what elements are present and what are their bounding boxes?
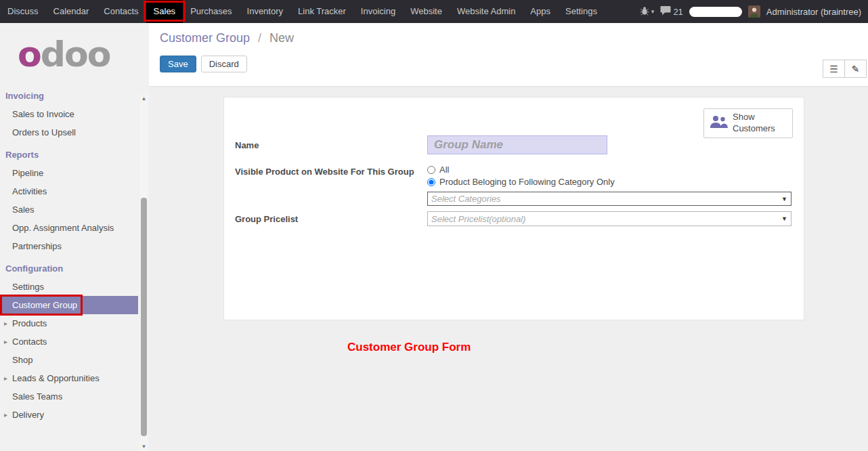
sidebar-item-products[interactable]: ▸ Products: [0, 314, 138, 332]
sidebar-section-reports: Reports: [0, 142, 149, 164]
breadcrumb: Customer Group / New: [160, 31, 868, 45]
topbar-right: ▾ 21 Administrator (braintree): [640, 0, 868, 23]
breadcrumb-separator: /: [258, 31, 261, 45]
sidebar-item-sales-to-invoice[interactable]: Sales to Invoice: [0, 105, 138, 123]
radio-category-only-label[interactable]: Product Beloging to Following Category O…: [439, 177, 615, 187]
radio-all[interactable]: [427, 166, 435, 174]
sidebar-item-customer-group[interactable]: Customer Group: [0, 296, 138, 314]
sidebar-item-pipeline[interactable]: Pipeline: [0, 164, 138, 182]
sidebar-item-settings[interactable]: Settings: [0, 278, 138, 296]
chevron-right-icon: ▸: [4, 411, 7, 418]
list-view-button[interactable]: ☰: [823, 60, 845, 78]
name-field-label: Name: [235, 140, 259, 150]
breadcrumb-new: New: [269, 31, 294, 45]
sidebar-item-products-label: Products: [12, 318, 47, 328]
customer-group-form-card: Show Customers Name Visible Product on W…: [223, 97, 804, 320]
topbar-menu: Discuss Calendar Contacts Sales Purchase…: [0, 0, 605, 23]
radio-all-label[interactable]: All: [439, 165, 449, 175]
scrollbar-thumb[interactable]: [141, 198, 147, 436]
topbar-item-discuss[interactable]: Discuss: [0, 0, 46, 23]
main-content: Customer Group / New Save Discard ☰ ✎: [149, 23, 868, 451]
pricelist-select[interactable]: Select Pricelist(optional) ▼: [427, 211, 791, 226]
status-pill[interactable]: [689, 7, 742, 17]
sidebar-menu: Invoicing Sales to Invoice Orders to Ups…: [0, 81, 149, 424]
user-menu[interactable]: Administrator (braintree): [766, 7, 861, 17]
dropdown-arrow-icon: ▼: [781, 215, 787, 222]
chevron-right-icon: ▸: [4, 320, 7, 327]
breadcrumb-customer-group[interactable]: Customer Group: [160, 31, 250, 45]
bug-icon: [640, 6, 649, 18]
group-name-input[interactable]: [427, 135, 607, 154]
sidebar-item-contacts[interactable]: ▸ Contacts: [0, 332, 138, 351]
scroll-up-icon[interactable]: ▲: [140, 95, 148, 103]
caret-down-icon: ▾: [651, 8, 655, 15]
action-buttons: Save Discard: [160, 56, 868, 72]
topbar-item-calendar[interactable]: Calendar: [46, 0, 97, 23]
topbar-item-apps[interactable]: Apps: [523, 0, 558, 23]
sidebar-section-invoicing: Invoicing: [0, 83, 149, 105]
topbar-item-invoicing[interactable]: Invoicing: [353, 0, 403, 23]
topbar-item-sales[interactable]: Sales: [146, 0, 183, 23]
topbar: Discuss Calendar Contacts Sales Purchase…: [0, 0, 868, 23]
topbar-item-link-tracker[interactable]: Link Tracker: [290, 0, 353, 23]
topbar-item-settings[interactable]: Settings: [558, 0, 605, 23]
chevron-right-icon: ▸: [4, 374, 7, 382]
save-button[interactable]: Save: [160, 56, 196, 72]
customers-group-icon: [709, 114, 728, 131]
visibility-option-all[interactable]: All: [427, 165, 449, 175]
control-panel: Customer Group / New Save Discard ☰ ✎: [149, 23, 868, 87]
avatar[interactable]: [748, 5, 760, 18]
odoo-logo: odoo: [0, 23, 149, 81]
debug-menu[interactable]: ▾: [640, 6, 655, 18]
sidebar-item-leads-opportunities[interactable]: ▸ Leads & Opportunities: [0, 369, 138, 387]
sidebar-item-delivery-label: Delivery: [12, 410, 44, 420]
sidebar-section-configuration: Configuration: [0, 255, 149, 278]
show-customers-label: Show Customers: [733, 112, 787, 135]
categories-select-placeholder: Select Categories: [431, 194, 501, 204]
sidebar-item-leads-opportunities-label: Leads & Opportunities: [12, 373, 100, 383]
visibility-option-category[interactable]: Product Beloging to Following Category O…: [427, 177, 615, 187]
pricelist-field-label: Group Pricelist: [235, 214, 298, 224]
radio-category-only[interactable]: [427, 178, 435, 186]
sidebar-item-shop[interactable]: Shop: [0, 351, 138, 369]
show-customers-button[interactable]: Show Customers: [703, 108, 793, 138]
visibility-field-label: Visible Product on Website For This Grou…: [235, 167, 414, 177]
topbar-item-contacts[interactable]: Contacts: [96, 0, 146, 23]
sidebar-item-activities[interactable]: Activities: [0, 182, 138, 200]
topbar-item-inventory[interactable]: Inventory: [240, 0, 290, 23]
topbar-item-website-admin[interactable]: Website Admin: [450, 0, 523, 23]
sidebar-item-partnerships[interactable]: Partnerships: [0, 237, 138, 255]
sidebar-item-delivery[interactable]: ▸ Delivery: [0, 406, 138, 424]
view-switcher: ☰ ✎: [823, 60, 867, 78]
annotation-caption: Customer Group Form: [347, 341, 471, 354]
form-view-icon: ✎: [852, 64, 860, 74]
message-count: 21: [673, 7, 682, 17]
pricelist-select-placeholder: Select Pricelist(optional): [431, 214, 525, 224]
topbar-item-sales-label: Sales: [154, 6, 176, 16]
sidebar-item-sales[interactable]: Sales: [0, 200, 138, 219]
sidebar-item-customer-group-label: Customer Group: [12, 300, 77, 310]
categories-select[interactable]: Select Categories ▼: [427, 192, 791, 206]
sidebar-item-contacts-label: Contacts: [12, 337, 47, 347]
list-view-icon: ☰: [829, 64, 838, 74]
sidebar-item-orders-to-upsell[interactable]: Orders to Upsell: [0, 123, 138, 142]
sidebar: odoo Invoicing Sales to Invoice Orders t…: [0, 23, 149, 451]
chevron-right-icon: ▸: [4, 338, 7, 345]
topbar-item-purchases[interactable]: Purchases: [183, 0, 239, 23]
form-view-button[interactable]: ✎: [844, 60, 867, 78]
messages-indicator[interactable]: 21: [660, 5, 682, 18]
dropdown-arrow-icon: ▼: [781, 196, 787, 202]
chat-icon: [660, 5, 671, 18]
form-area: Show Customers Name Visible Product on W…: [149, 97, 868, 451]
scroll-down-icon[interactable]: ▼: [140, 443, 148, 451]
sidebar-item-sales-teams[interactable]: Sales Teams: [0, 387, 138, 406]
topbar-item-website[interactable]: Website: [403, 0, 450, 23]
sidebar-scrollbar[interactable]: ▲ ▼: [140, 95, 148, 451]
sidebar-item-opp-assignment-analysis[interactable]: Opp. Assignment Analysis: [0, 219, 138, 237]
discard-button[interactable]: Discard: [201, 56, 247, 72]
